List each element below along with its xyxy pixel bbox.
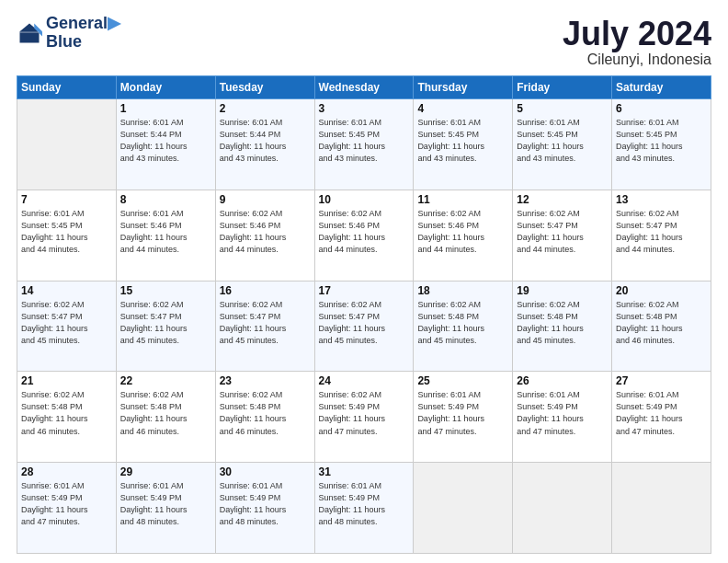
calendar-day-10: 10Sunrise: 6:02 AMSunset: 5:46 PMDayligh… [314, 190, 414, 281]
calendar-day-11: 11Sunrise: 6:02 AMSunset: 5:46 PMDayligh… [414, 190, 513, 281]
calendar-table: SundayMondayTuesdayWednesdayThursdayFrid… [17, 75, 711, 554]
page: General▶ Blue July 2024 Cileunyi, Indone… [0, 0, 728, 563]
calendar-day-30: 30Sunrise: 6:01 AMSunset: 5:49 PMDayligh… [215, 463, 314, 554]
day-info: Sunrise: 6:01 AMSunset: 5:49 PMDaylight:… [517, 389, 608, 437]
day-info: Sunrise: 6:02 AMSunset: 5:47 PMDaylight:… [616, 208, 707, 256]
calendar-day-26: 26Sunrise: 6:01 AMSunset: 5:49 PMDayligh… [513, 372, 612, 463]
day-number: 25 [417, 374, 508, 387]
calendar-week-row: 21Sunrise: 6:02 AMSunset: 5:48 PMDayligh… [17, 372, 711, 463]
calendar-day-22: 22Sunrise: 6:02 AMSunset: 5:48 PMDayligh… [116, 372, 215, 463]
day-info: Sunrise: 6:02 AMSunset: 5:48 PMDaylight:… [417, 299, 508, 347]
day-number: 1 [120, 102, 211, 115]
calendar-day-15: 15Sunrise: 6:02 AMSunset: 5:47 PMDayligh… [116, 281, 215, 372]
day-info: Sunrise: 6:02 AMSunset: 5:49 PMDaylight:… [319, 389, 410, 437]
day-number: 21 [21, 374, 112, 387]
calendar-day-14: 14Sunrise: 6:02 AMSunset: 5:47 PMDayligh… [17, 281, 117, 372]
day-info: Sunrise: 6:01 AMSunset: 5:45 PMDaylight:… [616, 117, 707, 165]
calendar-day-9: 9Sunrise: 6:02 AMSunset: 5:46 PMDaylight… [215, 190, 314, 281]
day-info: Sunrise: 6:01 AMSunset: 5:45 PMDaylight:… [319, 117, 410, 165]
calendar-day-8: 8Sunrise: 6:01 AMSunset: 5:46 PMDaylight… [116, 190, 215, 281]
calendar-day-27: 27Sunrise: 6:01 AMSunset: 5:49 PMDayligh… [612, 372, 711, 463]
day-info: Sunrise: 6:01 AMSunset: 5:46 PMDaylight:… [120, 208, 211, 256]
calendar-day-4: 4Sunrise: 6:01 AMSunset: 5:45 PMDaylight… [414, 99, 513, 190]
day-number: 5 [517, 102, 608, 115]
weekday-header-wednesday: Wednesday [314, 76, 414, 99]
logo: General▶ Blue [17, 15, 120, 52]
day-info: Sunrise: 6:01 AMSunset: 5:49 PMDaylight:… [417, 389, 508, 437]
day-number: 20 [616, 284, 707, 297]
calendar-day-12: 12Sunrise: 6:02 AMSunset: 5:47 PMDayligh… [513, 190, 612, 281]
day-number: 10 [319, 193, 410, 206]
day-info: Sunrise: 6:02 AMSunset: 5:47 PMDaylight:… [21, 299, 112, 347]
day-number: 29 [120, 465, 211, 478]
day-number: 8 [120, 193, 211, 206]
weekday-header-friday: Friday [513, 76, 612, 99]
day-info: Sunrise: 6:01 AMSunset: 5:49 PMDaylight:… [21, 480, 112, 528]
calendar-day-6: 6Sunrise: 6:01 AMSunset: 5:45 PMDaylight… [612, 99, 711, 190]
day-info: Sunrise: 6:02 AMSunset: 5:48 PMDaylight:… [21, 389, 112, 437]
location-subtitle: Cileunyi, Indonesia [563, 52, 711, 68]
day-number: 3 [319, 102, 410, 115]
day-number: 15 [120, 284, 211, 297]
day-number: 17 [319, 284, 410, 297]
calendar-day-24: 24Sunrise: 6:02 AMSunset: 5:49 PMDayligh… [314, 372, 414, 463]
calendar-day-25: 25Sunrise: 6:01 AMSunset: 5:49 PMDayligh… [414, 372, 513, 463]
header: General▶ Blue July 2024 Cileunyi, Indone… [17, 15, 711, 68]
day-number: 24 [319, 374, 410, 387]
calendar-day-empty [513, 463, 612, 554]
day-info: Sunrise: 6:02 AMSunset: 5:48 PMDaylight:… [616, 299, 707, 347]
calendar-day-3: 3Sunrise: 6:01 AMSunset: 5:45 PMDaylight… [314, 99, 414, 190]
day-number: 19 [517, 284, 608, 297]
day-info: Sunrise: 6:01 AMSunset: 5:44 PMDaylight:… [120, 117, 211, 165]
weekday-header-tuesday: Tuesday [215, 76, 314, 99]
svg-rect-2 [20, 31, 40, 33]
weekday-header-saturday: Saturday [612, 76, 711, 99]
calendar-day-7: 7Sunrise: 6:01 AMSunset: 5:45 PMDaylight… [17, 190, 117, 281]
day-number: 4 [417, 102, 508, 115]
calendar-day-19: 19Sunrise: 6:02 AMSunset: 5:48 PMDayligh… [513, 281, 612, 372]
day-number: 27 [616, 374, 707, 387]
day-info: Sunrise: 6:02 AMSunset: 5:47 PMDaylight:… [120, 299, 211, 347]
day-info: Sunrise: 6:01 AMSunset: 5:49 PMDaylight:… [120, 480, 211, 528]
logo-text: General▶ Blue [46, 15, 120, 52]
day-info: Sunrise: 6:02 AMSunset: 5:46 PMDaylight:… [319, 208, 410, 256]
day-number: 28 [21, 465, 112, 478]
calendar-day-empty [612, 463, 711, 554]
day-number: 2 [220, 102, 311, 115]
day-info: Sunrise: 6:02 AMSunset: 5:48 PMDaylight:… [120, 389, 211, 437]
calendar-day-21: 21Sunrise: 6:02 AMSunset: 5:48 PMDayligh… [17, 372, 117, 463]
day-number: 12 [517, 193, 608, 206]
weekday-header-thursday: Thursday [414, 76, 513, 99]
calendar-week-row: 28Sunrise: 6:01 AMSunset: 5:49 PMDayligh… [17, 463, 711, 554]
day-number: 16 [220, 284, 311, 297]
day-info: Sunrise: 6:02 AMSunset: 5:47 PMDaylight:… [220, 299, 311, 347]
calendar-day-13: 13Sunrise: 6:02 AMSunset: 5:47 PMDayligh… [612, 190, 711, 281]
calendar-day-2: 2Sunrise: 6:01 AMSunset: 5:44 PMDaylight… [215, 99, 314, 190]
day-number: 6 [616, 102, 707, 115]
day-number: 7 [21, 193, 112, 206]
day-number: 9 [220, 193, 311, 206]
calendar-week-row: 1Sunrise: 6:01 AMSunset: 5:44 PMDaylight… [17, 99, 711, 190]
day-number: 13 [616, 193, 707, 206]
day-number: 14 [21, 284, 112, 297]
calendar-day-20: 20Sunrise: 6:02 AMSunset: 5:48 PMDayligh… [612, 281, 711, 372]
day-info: Sunrise: 6:01 AMSunset: 5:49 PMDaylight:… [616, 389, 707, 437]
day-info: Sunrise: 6:01 AMSunset: 5:45 PMDaylight:… [417, 117, 508, 165]
day-number: 23 [220, 374, 311, 387]
day-info: Sunrise: 6:01 AMSunset: 5:45 PMDaylight:… [21, 208, 112, 256]
day-info: Sunrise: 6:01 AMSunset: 5:49 PMDaylight:… [220, 480, 311, 528]
day-info: Sunrise: 6:01 AMSunset: 5:45 PMDaylight:… [517, 117, 608, 165]
day-info: Sunrise: 6:02 AMSunset: 5:48 PMDaylight:… [220, 389, 311, 437]
calendar-day-17: 17Sunrise: 6:02 AMSunset: 5:47 PMDayligh… [314, 281, 414, 372]
day-number: 30 [220, 465, 311, 478]
day-info: Sunrise: 6:02 AMSunset: 5:46 PMDaylight:… [417, 208, 508, 256]
calendar-day-23: 23Sunrise: 6:02 AMSunset: 5:48 PMDayligh… [215, 372, 314, 463]
calendar-day-empty [17, 99, 117, 190]
day-number: 22 [120, 374, 211, 387]
calendar-day-28: 28Sunrise: 6:01 AMSunset: 5:49 PMDayligh… [17, 463, 117, 554]
calendar-day-29: 29Sunrise: 6:01 AMSunset: 5:49 PMDayligh… [116, 463, 215, 554]
logo-icon [17, 20, 42, 46]
calendar-day-16: 16Sunrise: 6:02 AMSunset: 5:47 PMDayligh… [215, 281, 314, 372]
calendar-day-31: 31Sunrise: 6:01 AMSunset: 5:49 PMDayligh… [314, 463, 414, 554]
day-number: 26 [517, 374, 608, 387]
